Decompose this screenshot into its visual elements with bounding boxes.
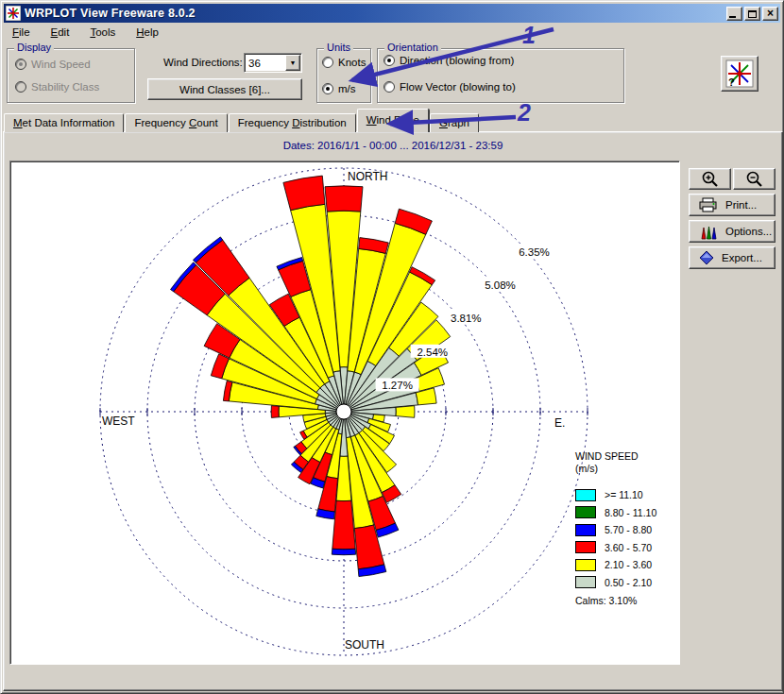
annotation-digit-2: 2 <box>518 99 531 127</box>
legend-entry: 5.70 - 8.80 <box>575 521 681 539</box>
swatch-blue <box>575 524 596 536</box>
question-mark: ? <box>728 76 735 88</box>
menu-edit[interactable]: Edit <box>43 25 77 42</box>
radio-knots[interactable]: Knots <box>322 57 366 68</box>
app-window: WRPLOT View Freeware 8.0.2 × File Edit T… <box>0 0 784 694</box>
menu-bar: File Edit Tools Help <box>5 25 779 42</box>
radio-ms[interactable]: m/s <box>322 83 356 94</box>
wind-speed-legend: WIND SPEED (m/s) >= 11.10 8.80 - 11.10 5… <box>575 450 681 606</box>
pencils-icon <box>699 224 718 240</box>
svg-text:6.35%: 6.35% <box>519 246 550 258</box>
tab-frequency-distribution[interactable]: Frequency Distribution <box>229 113 356 132</box>
svg-text:5.08%: 5.08% <box>485 279 516 291</box>
close-icon: × <box>767 8 774 19</box>
dates-bar: Dates: 2016/1/1 - 00:00 ... 2016/12/31 -… <box>9 140 776 151</box>
minimize-icon <box>729 16 736 18</box>
maximize-button[interactable] <box>744 7 760 21</box>
orientation-group-caption: Orientation <box>384 42 441 53</box>
tab-graph[interactable]: Graph <box>430 113 479 132</box>
wind-rose-plot-area: 1.27%2.54%3.81%5.08%6.35%NORTHSOUTHWESTE… <box>9 161 680 665</box>
legend-subtitle: (m/s) <box>575 463 681 474</box>
zoom-out-icon <box>744 170 765 188</box>
svg-text:1.27%: 1.27% <box>382 380 413 391</box>
swatch-yellow <box>575 559 596 571</box>
display-group: Display Wind Speed Stability Class <box>7 48 135 103</box>
window-title: WRPLOT View Freeware 8.0.2 <box>25 7 196 20</box>
options-button[interactable]: Options... <box>689 220 775 243</box>
tab-met-data-information[interactable]: Met Data Information <box>4 113 124 132</box>
radio-ms-icon <box>322 83 333 94</box>
wind-rose-icon: ? <box>725 59 754 88</box>
radio-wind-speed-icon <box>15 59 26 70</box>
print-button[interactable]: Print... <box>689 194 775 216</box>
wind-directions-value: 36 <box>245 58 284 69</box>
app-icon <box>6 6 21 21</box>
swatch-cyan <box>575 489 596 501</box>
tab-frequency-count[interactable]: Frequency Count <box>125 113 227 132</box>
swatch-green <box>575 506 596 518</box>
export-diamond-icon <box>699 250 714 265</box>
close-button[interactable]: × <box>762 7 778 21</box>
legend-entry: 8.80 - 11.10 <box>575 504 681 522</box>
units-group-caption: Units <box>324 42 353 53</box>
svg-text:3.81%: 3.81% <box>451 313 482 324</box>
wind-directions-label: Wind Directions: <box>163 57 243 68</box>
radio-stability-class[interactable]: Stability Class <box>15 81 99 93</box>
wind-rose-tab-page: Dates: 2016/1/1 - 00:00 ... 2016/12/31 -… <box>3 131 783 691</box>
zoom-in-button[interactable] <box>689 168 731 190</box>
help-about-button[interactable]: ? <box>721 56 758 92</box>
wind-directions-combo[interactable]: 36 ▼ <box>244 53 302 73</box>
calms-label: Calms: 3.10% <box>575 595 681 606</box>
swatch-pale-green <box>575 576 596 588</box>
zoom-out-button[interactable] <box>733 168 775 190</box>
legend-entry: 0.50 - 2.10 <box>575 574 681 592</box>
svg-text:SOUTH: SOUTH <box>345 638 384 652</box>
menu-file[interactable]: File <box>5 25 38 42</box>
radio-knots-icon <box>322 57 333 68</box>
units-group: Units Knots m/s <box>316 48 371 103</box>
orientation-group: Orientation Direction (blowing from) Flo… <box>377 48 624 103</box>
legend-entry: 2.10 - 3.60 <box>575 556 681 574</box>
tab-strip: Met Data Information Frequency Count Fre… <box>4 109 480 132</box>
radio-stability-class-icon <box>15 81 26 93</box>
radio-wind-speed[interactable]: Wind Speed <box>15 59 91 70</box>
printer-icon <box>699 197 718 212</box>
svg-text:E.: E. <box>554 416 565 430</box>
radio-flow-vector[interactable]: Flow Vector (blowing to) <box>383 81 516 93</box>
export-button[interactable]: Export... <box>689 246 775 269</box>
radio-direction-blowing-from[interactable]: Direction (blowing from) <box>383 55 514 66</box>
legend-entry: >= 11.10 <box>575 486 681 504</box>
maximize-icon <box>748 10 757 18</box>
wind-classes-button[interactable]: Wind Classes [6]... <box>147 78 302 100</box>
svg-text:NORTH: NORTH <box>348 170 387 183</box>
swatch-red <box>575 541 596 553</box>
title-bar[interactable]: WRPLOT View Freeware 8.0.2 × <box>4 4 780 23</box>
svg-text:WEST: WEST <box>102 415 135 428</box>
legend-title: WIND SPEED <box>575 450 681 462</box>
display-group-caption: Display <box>14 42 54 53</box>
menu-help[interactable]: Help <box>128 25 166 42</box>
legend-entry: 3.60 - 5.70 <box>575 539 681 557</box>
tab-wind-rose[interactable]: Wind Rose <box>357 109 429 132</box>
minimize-button[interactable] <box>726 7 742 21</box>
radio-direction-icon <box>383 55 395 66</box>
radio-flow-vector-icon <box>383 81 395 93</box>
svg-text:2.54%: 2.54% <box>417 347 448 358</box>
chevron-down-icon[interactable]: ▼ <box>285 55 300 71</box>
zoom-in-icon <box>700 170 721 188</box>
menu-tools[interactable]: Tools <box>82 25 123 42</box>
